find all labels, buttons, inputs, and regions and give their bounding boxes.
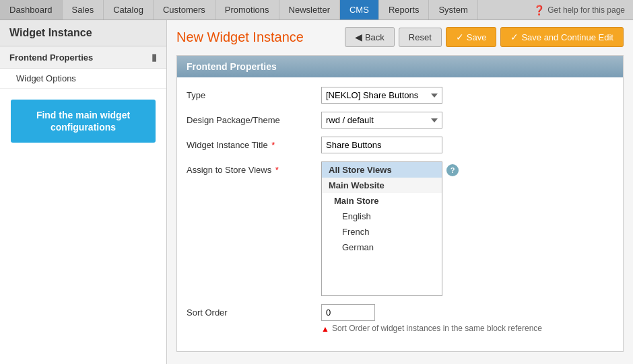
store-main-store[interactable]: Main Store [322,193,442,209]
help-text: Get help for this page [547,5,625,15]
save-continue-button[interactable]: ✓ Save and Continue Edit [500,27,624,47]
widget-title-label: Widget Instance Title * [187,137,321,150]
sidebar-section-header[interactable]: Frontend Properties ▮ [0,46,166,69]
store-french[interactable]: French [322,224,442,240]
back-icon: ◀ [355,32,362,42]
store-views-help-icon[interactable]: ? [446,164,459,176]
design-package-select[interactable]: rwd / default [321,112,442,129]
hint-icon: ▲ [321,324,329,334]
design-package-control: rwd / default [321,112,613,129]
nav-item-customers[interactable]: Customers [154,0,215,20]
sort-order-hint-text: Sort Order of widget instances in the sa… [332,324,542,333]
top-navigation: Dashboard Sales Catalog Customers Promot… [0,0,633,20]
store-views-control: All Store Views Main Website Main Store … [321,161,613,296]
sort-order-row: Sort Order ▲ Sort Order of widget instan… [187,304,613,334]
reset-label: Reset [409,32,432,42]
widget-title-row: Widget Instance Title * [187,137,613,153]
type-row: Type [NEKLO] Share Buttons [187,87,613,104]
section-body: Type [NEKLO] Share Buttons Design Packag… [177,77,623,351]
store-listbox[interactable]: All Store Views Main Website Main Store … [321,161,442,296]
help-icon: ❓ [533,5,545,15]
save-button[interactable]: ✓ Save [446,27,497,47]
help-configurations-button[interactable]: Find the main widget configurations [11,100,156,143]
sort-order-input[interactable] [321,304,375,321]
store-all-views[interactable]: All Store Views [322,162,442,178]
content-area: New Widget Instance ◀ Back Reset ✓ Save … [167,20,633,364]
store-views-label: Assign to Store Views * [187,161,321,175]
save-continue-icon: ✓ [510,32,519,42]
store-german[interactable]: German [322,240,442,255]
store-views-wrap: All Store Views Main Website Main Store … [321,161,613,296]
action-buttons: ◀ Back Reset ✓ Save ✓ Save and Continue … [345,27,624,47]
type-select[interactable]: [NEKLO] Share Buttons [321,87,442,104]
save-label: Save [467,32,487,42]
required-marker-2: * [275,165,279,175]
nav-item-cms[interactable]: CMS [340,0,379,20]
save-icon: ✓ [456,32,464,42]
main-layout: Widget Instance Frontend Properties ▮ Wi… [0,20,633,364]
nav-item-catalog[interactable]: Catalog [104,0,154,20]
collapse-icon: ▮ [152,52,157,63]
nav-item-newsletter[interactable]: Newsletter [279,0,340,20]
sidebar: Widget Instance Frontend Properties ▮ Wi… [0,20,167,364]
store-english[interactable]: English [322,209,442,224]
nav-item-promotions[interactable]: Promotions [215,0,279,20]
sidebar-item-widget-options[interactable]: Widget Options [0,69,166,89]
store-views-row: Assign to Store Views * All Store Views … [187,161,613,296]
required-marker: * [271,140,275,150]
sort-order-hint: ▲ Sort Order of widget instances in the … [321,324,613,334]
save-continue-label: Save and Continue Edit [521,32,613,42]
frontend-properties-section: Frontend Properties Type [NEKLO] Share B… [176,55,624,352]
back-label: Back [365,32,385,42]
nav-item-system[interactable]: System [429,0,477,20]
nav-item-reports[interactable]: Reports [379,0,430,20]
sidebar-section-label: Frontend Properties [9,52,93,63]
page-header: New Widget Instance ◀ Back Reset ✓ Save … [176,27,624,47]
store-main-website[interactable]: Main Website [322,178,442,193]
design-package-row: Design Package/Theme rwd / default [187,112,613,129]
nav-item-dashboard[interactable]: Dashboard [0,0,63,20]
sidebar-title: Widget Instance [0,20,166,46]
sort-order-control: ▲ Sort Order of widget instances in the … [321,304,613,334]
design-package-label: Design Package/Theme [187,112,321,125]
reset-button[interactable]: Reset [399,28,442,47]
section-header: Frontend Properties [177,56,623,77]
page-title: New Widget Instance [176,30,304,45]
widget-title-control [321,137,613,153]
type-label: Type [187,87,321,100]
back-button[interactable]: ◀ Back [345,27,395,47]
widget-title-input[interactable] [321,137,442,153]
help-link[interactable]: ❓ Get help for this page [525,0,633,20]
sort-order-label: Sort Order [187,304,321,318]
nav-item-sales[interactable]: Sales [63,0,104,20]
type-control: [NEKLO] Share Buttons [321,87,613,104]
